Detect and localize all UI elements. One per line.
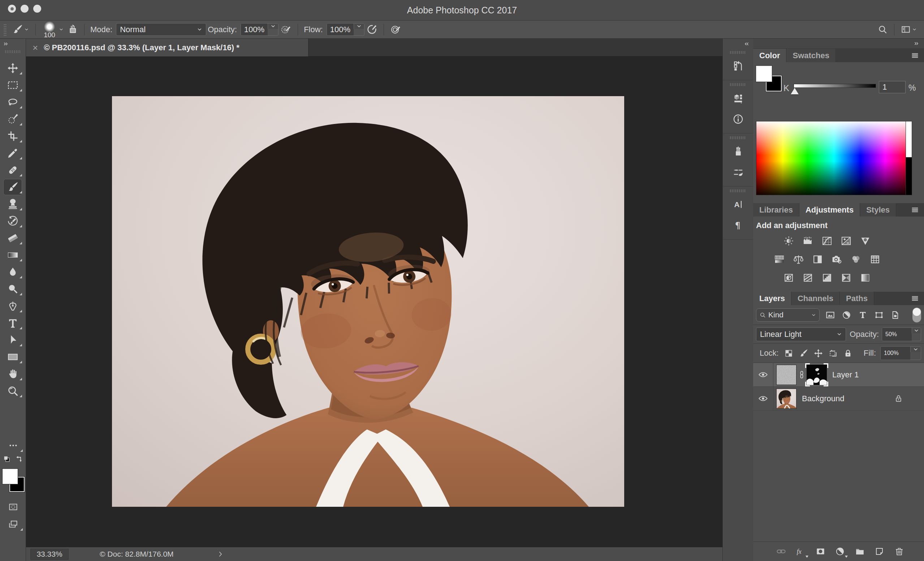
info-panel-button[interactable] — [723, 108, 753, 129]
rectangle-tool[interactable] — [0, 349, 25, 365]
toolbar-grip[interactable] — [5, 50, 21, 53]
lock-transparent-pixels-button[interactable] — [784, 348, 794, 358]
k-value-field[interactable]: 1 — [879, 81, 906, 93]
brightness-contrast-adjustment-button[interactable] — [782, 235, 795, 246]
layer-blend-mode-select[interactable]: Linear Light — [756, 328, 846, 341]
posterize-adjustment-button[interactable] — [801, 272, 814, 283]
eyedropper-tool[interactable] — [0, 144, 25, 162]
channel-mixer-adjustment-button[interactable] — [849, 254, 862, 265]
layer-style-button[interactable]: fx — [795, 546, 807, 558]
quick-selection-tool[interactable] — [0, 111, 25, 128]
panel-grip[interactable] — [730, 51, 746, 54]
tab-adjustments[interactable]: Adjustments — [800, 203, 860, 217]
layer-visibility-toggle[interactable] — [753, 363, 773, 387]
tab-swatches[interactable]: Swatches — [786, 49, 836, 62]
filter-smart-objects-button[interactable] — [890, 310, 900, 320]
edit-toolbar-button[interactable] — [0, 437, 26, 454]
curves-adjustment-button[interactable] — [821, 235, 834, 246]
zoom-window-button[interactable] — [33, 5, 41, 13]
toggle-brush-panel-button[interactable] — [65, 22, 80, 38]
dock-collapse-button[interactable] — [723, 39, 753, 48]
foreground-color-swatch[interactable] — [756, 66, 772, 82]
panel-grip[interactable] — [730, 83, 746, 86]
layer-visibility-toggle[interactable] — [753, 387, 773, 410]
layer-row[interactable]: Background — [753, 387, 924, 411]
threshold-adjustment-button[interactable] — [821, 272, 834, 283]
path-selection-tool[interactable] — [0, 331, 25, 349]
tab-paths[interactable]: Paths — [840, 292, 874, 305]
exposure-adjustment-button[interactable] — [840, 235, 853, 246]
hue-saturation-adjustment-button[interactable] — [772, 254, 786, 265]
filter-pixel-layers-button[interactable] — [825, 310, 836, 320]
panel-grip[interactable] — [730, 190, 746, 192]
link-layers-button[interactable] — [775, 546, 787, 558]
zoom-tool[interactable] — [0, 382, 25, 399]
minimize-window-button[interactable] — [21, 5, 28, 13]
layer-thumbnail[interactable] — [776, 389, 796, 409]
panel-group-collapse-button[interactable] — [753, 39, 924, 49]
move-tool[interactable] — [0, 60, 25, 77]
close-window-button[interactable] — [8, 5, 16, 13]
paragraph-panel-button[interactable]: ¶ — [723, 215, 753, 236]
layer-filter-toggle[interactable] — [912, 308, 921, 322]
brush-settings-panel-button[interactable] — [723, 162, 753, 182]
layer-thumbnail[interactable] — [776, 365, 796, 385]
zoom-level-field[interactable]: 33.33% — [30, 549, 69, 560]
pressure-size-button[interactable] — [388, 22, 403, 38]
hand-tool[interactable] — [0, 365, 25, 382]
gradient-tool[interactable] — [0, 247, 25, 263]
type-tool[interactable] — [0, 314, 25, 331]
default-colors-icon[interactable] — [3, 455, 11, 463]
dodge-tool[interactable] — [0, 281, 25, 298]
foreground-background-colors[interactable] — [0, 469, 26, 500]
levels-adjustment-button[interactable] — [801, 235, 814, 246]
panel-menu-icon[interactable] — [909, 205, 920, 214]
lasso-tool[interactable] — [0, 93, 25, 111]
close-tab-icon[interactable]: × — [33, 43, 38, 53]
layer-mask-thumbnail[interactable] — [807, 365, 827, 385]
tab-libraries[interactable]: Libraries — [753, 203, 800, 217]
status-chevron-icon[interactable] — [217, 550, 224, 558]
eraser-tool[interactable] — [0, 230, 25, 247]
brush-presets-panel-button[interactable] — [723, 141, 753, 162]
k-slider-thumb[interactable] — [791, 88, 799, 94]
blur-tool[interactable] — [0, 263, 25, 281]
color-balance-adjustment-button[interactable] — [792, 254, 805, 265]
pressure-opacity-button[interactable] — [279, 22, 293, 38]
clone-stamp-tool[interactable] — [0, 196, 25, 212]
screen-mode-button[interactable] — [0, 516, 26, 533]
k-slider[interactable] — [794, 84, 876, 88]
layer-row[interactable]: Layer 1 — [753, 363, 924, 387]
add-layer-mask-button[interactable] — [814, 546, 826, 558]
foreground-color-swatch[interactable] — [3, 469, 18, 484]
color-lookup-adjustment-button[interactable] — [868, 254, 881, 265]
workspace-switcher[interactable] — [899, 22, 919, 38]
properties-panel-button[interactable] — [723, 87, 753, 108]
pen-tool[interactable] — [0, 298, 25, 314]
black-and-white-adjustment-button[interactable] — [811, 254, 824, 265]
layer-filter-kind-select[interactable]: Kind — [756, 308, 820, 322]
gradient-map-adjustment-button[interactable] — [840, 272, 853, 283]
character-panel-button[interactable]: A — [723, 194, 753, 215]
history-brush-tool[interactable] — [0, 212, 25, 230]
lock-image-pixels-button[interactable] — [799, 348, 809, 358]
panel-grip[interactable] — [730, 136, 746, 139]
filter-adjustment-layers-button[interactable] — [841, 310, 852, 320]
layer-fill-select[interactable]: 100% — [880, 346, 921, 360]
tool-preset-picker[interactable] — [10, 22, 31, 38]
selective-color-adjustment-button[interactable] — [859, 272, 872, 283]
spot-healing-brush-tool[interactable] — [0, 162, 25, 179]
search-button[interactable] — [876, 22, 890, 38]
opacity-select[interactable]: 100% — [241, 23, 279, 36]
color-spectrum-ramp[interactable] — [756, 121, 912, 195]
airbrush-button[interactable] — [364, 22, 379, 38]
filter-type-layers-button[interactable] — [857, 310, 868, 320]
canvas-image[interactable] — [112, 96, 624, 507]
tab-color[interactable]: Color — [753, 49, 786, 62]
quick-mask-button[interactable] — [0, 498, 26, 516]
white-black-ramp[interactable] — [906, 122, 912, 195]
rectangular-marquee-tool[interactable] — [0, 77, 25, 93]
photo-filter-adjustment-button[interactable] — [830, 254, 843, 265]
delete-layer-button[interactable] — [893, 546, 905, 558]
brush-preset-picker[interactable]: 100 — [40, 21, 65, 39]
